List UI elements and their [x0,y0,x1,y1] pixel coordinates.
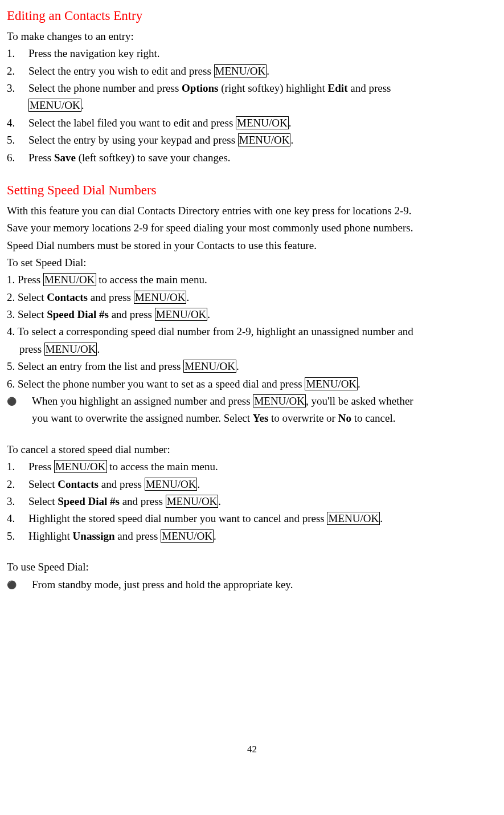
key-label: MENU/OK [214,64,267,78]
list-item: 5.Select the entry by using your keypad … [7,132,497,149]
list-item: 6. Select the phone number you want to s… [7,376,497,393]
item-text: . [186,291,189,303]
item-text: and press [347,82,391,94]
item-number: 4. [7,510,28,527]
item-text: and press [88,291,134,303]
item-text: you want to overwrite the assigned numbe… [32,412,253,424]
key-label: MENU/OK [183,360,236,373]
item-text: . [207,308,210,320]
item-text: 3. Select [7,308,47,320]
list-item: 4. To select a corresponding speed dial … [7,323,497,340]
item-number: 3. [7,80,28,97]
item-text: (right softkey) highlight [219,82,328,94]
list-item: 2. Select Contacts and press MENU/OK. [7,289,497,306]
item-text: and press [109,308,155,320]
intro-editing: To make changes to an entry: [7,28,497,45]
bullet-icon: ⚫ [7,579,32,592]
key-label: MENU/OK [134,291,187,304]
intro-use-speeddial: To use Speed Dial: [7,559,497,576]
bold-text: No [338,412,351,424]
list-item: 3.Select the phone number and press Opti… [7,80,497,97]
item-text: Select the entry you wish to edit and pr… [28,65,214,77]
item-number: 5. [7,528,28,545]
item-text: (left softkey) to save your changes. [76,152,231,164]
item-text: 5. Select an entry from the list and pre… [7,360,183,372]
list-item: 4.Highlight the stored speed dial number… [7,510,497,527]
item-number: 4. [7,115,28,132]
item-text: Highlight [28,530,73,542]
list-item: 5. Select an entry from the list and pre… [7,358,497,375]
list-item: 2.Select Contacts and press MENU/OK. [7,476,497,493]
list-item: 6.Press Save (left softkey) to save your… [7,149,497,166]
bold-text: Contacts [58,478,99,490]
key-label: MENU/OK [236,116,289,129]
item-text: . [290,134,293,146]
item-number: 2. [7,63,28,80]
item-text: Select [28,495,58,507]
paragraph: Speed Dial numbers must be stored in you… [7,237,497,254]
key-label: MENU/OK [54,460,107,473]
bold-text: Speed Dial #s [47,308,109,320]
heading-speeddial: Setting Speed Dial Numbers [7,180,497,201]
item-text: . [214,530,216,542]
paragraph: With this feature you can dial Contacts … [7,202,497,219]
item-text: to overwrite or [268,412,338,424]
item-text: . [267,65,269,77]
bullet-item: ⚫When you highlight an assigned number a… [7,393,497,427]
intro-cancel-speeddial: To cancel a stored speed dial number: [7,441,497,458]
item-text: From standby mode, just press and hold t… [32,578,293,590]
bold-text: Save [54,152,76,164]
item-text: . [218,495,221,507]
key-label: MENU/OK [161,529,214,543]
item-text: 4. To select a corresponding speed dial … [7,325,413,337]
item-text: Select the phone number and press [28,82,182,94]
list-item: 3. Select Speed Dial #s and press MENU/O… [7,306,497,323]
heading-editing: Editing an Contacts Entry [7,6,497,27]
item-text: . [289,117,292,129]
item-text: . [81,99,84,111]
key-label: MENU/OK [166,495,219,508]
item-text: and press [99,478,145,490]
list-item-continued: press MENU/OK. [7,341,497,358]
item-text: press [19,343,44,355]
item-text: Select [28,478,58,490]
item-number: 6. [7,149,28,166]
item-text: Press [28,152,54,164]
cancel-speeddial-steps: 1.Press MENU/OK to access the main menu.… [7,458,497,545]
bullet-list: ⚫From standby mode, just press and hold … [7,576,497,593]
list-item: 5.Highlight Unassign and press MENU/OK. [7,528,497,545]
item-text: . [358,378,360,390]
key-label: MENU/OK [327,512,380,525]
item-text: to access the main menu. [107,461,218,472]
item-text: 6. Select the phone number you want to s… [7,378,305,390]
list-item: 1.Press the navigation key right. [7,45,497,62]
key-label: MENU/OK [43,273,96,286]
item-text: Select the entry by using your keypad an… [28,134,238,146]
editing-steps: 1.Press the navigation key right. 2.Sele… [7,45,497,97]
key-label: MENU/OK [145,478,198,491]
page-number: 42 [7,741,497,757]
item-text: , you'll be asked whether [306,395,413,407]
bullet-icon: ⚫ [7,396,32,408]
item-text: and press [120,495,166,507]
item-text: to cancel. [351,412,396,424]
bold-text: Unassign [73,530,115,542]
bold-text: Edit [328,82,348,94]
key-label: MENU/OK [253,394,306,408]
list-item: 1. Press MENU/OK to access the main menu… [7,271,497,288]
item-number: 1. [7,458,28,475]
item-text: to access the main menu. [96,274,207,286]
item-number: 5. [7,132,28,149]
item-number: 1. [7,45,28,62]
bullet-item: ⚫From standby mode, just press and hold … [7,576,497,593]
list-item: 3.Select Speed Dial #s and press MENU/OK… [7,493,497,510]
key-label: MENU/OK [28,99,81,112]
item-text: . [380,512,383,524]
item-text: Press the navigation key right. [28,47,160,59]
set-speeddial-steps: 1. Press MENU/OK to access the main menu… [7,271,497,393]
bold-text: Contacts [47,291,88,303]
list-item: 4.Select the label filed you want to edi… [7,115,497,132]
list-item: 2.Select the entry you wish to edit and … [7,63,497,80]
bold-text: Speed Dial #s [58,495,120,507]
item-number: 2. [7,476,28,493]
